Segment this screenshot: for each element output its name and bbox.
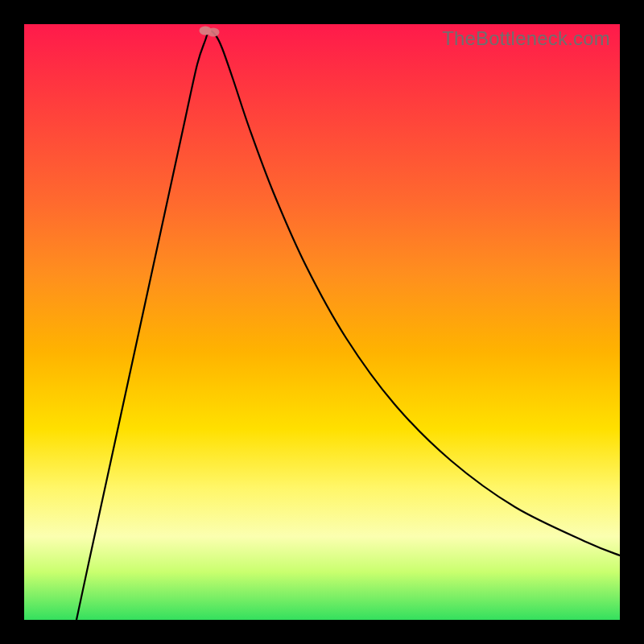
minimum-marker-2 (208, 28, 220, 37)
plot-area: TheBottleneck.com (24, 24, 620, 620)
chart-frame: TheBottleneck.com (0, 0, 644, 644)
bottleneck-curve (24, 24, 620, 620)
